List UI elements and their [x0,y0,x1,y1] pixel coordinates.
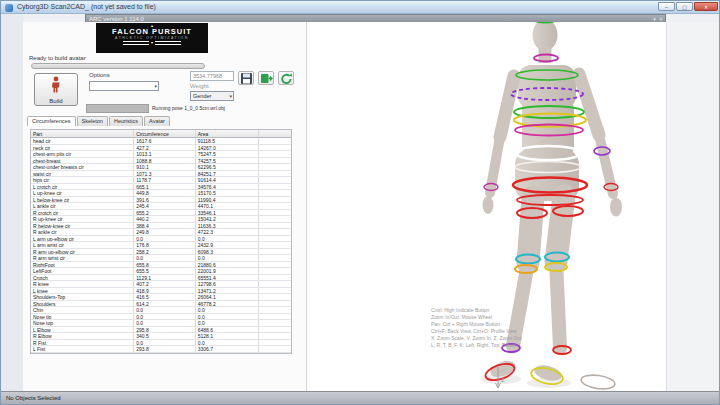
refresh-button[interactable] [278,71,294,85]
minimize-button[interactable]: – [658,2,675,11]
hint-line: Cntrl: High Indicate Button [431,307,522,314]
measure-table-body: head cir1617.691118.5neck cir427.214267.… [31,138,291,353]
tab-heuristics[interactable]: Heuristics [109,116,143,126]
save-button[interactable] [238,71,254,85]
table-row[interactable]: L Fist293.83306.7 [31,346,291,353]
chevron-down-icon: ▾ [154,82,157,90]
window-title: Cyborg3D Scan2CAD_ (not yet saved to fil… [17,3,156,10]
chevron-down-icon: ▾ [229,92,232,100]
refresh-icon [280,72,293,85]
export-icon [260,72,273,85]
falcon-pursuit-logo: ▴ FALCON PURSUIT ATHLETIC OPTIMIZATION ▾ [96,23,208,53]
color-swatch [86,104,149,113]
options-label: Options [89,72,110,78]
title-bar: Cyborg3D Scan2CAD_ (not yet saved to fil… [1,1,720,14]
hint-line: Pan: Ctrl + Right Mouse Button [431,321,522,328]
axis-label: Z [501,377,505,383]
hint-line: Ctrl+F: Back View, Ctrl+O: Profile View [431,328,522,335]
hint-line: L, R, T, B, F, K: Left, Right, Top, Bott… [431,342,522,349]
ring-spare-sole [580,373,615,391]
col-area: Area [196,130,260,137]
close-button[interactable]: ✕ [694,2,718,11]
weight-label: Weight [190,83,209,89]
wings-icon: ▾ [96,41,208,45]
control-panel: ▴ FALCON PURSUIT ATHLETIC OPTIMIZATION ▾… [23,22,307,393]
tab-strip: CircumferencesSkeletonHeuristicsAvatar [27,116,170,126]
left-gutter [1,14,23,393]
loaded-file-name: Running pose 1_0_0.5cm.wrl.obj [152,105,225,111]
build-button-label: Build [35,98,77,104]
logo-title: FALCON PURSUIT [96,28,208,36]
gender-dropdown-value: Gender [193,93,211,99]
options-dropdown[interactable]: ▾ [89,81,159,91]
progress-bar [31,63,205,69]
floppy-save-icon [240,72,253,85]
tab-circumferences[interactable]: Circumferences [27,116,76,126]
app-icon [5,4,13,12]
col-blank [259,130,291,137]
tab-avatar[interactable]: Avatar [144,116,170,126]
app-window: Cyborg3D Scan2CAD_ (not yet saved to fil… [0,0,720,405]
right-gutter [666,23,720,393]
tab-skeleton[interactable]: Skeleton [77,116,108,126]
avatar-icon [50,76,62,93]
build-button[interactable]: Build [34,73,78,106]
gender-dropdown[interactable]: Gender ▾ [190,91,234,101]
export-button[interactable] [258,71,274,85]
status-bar: No Objects Selected [1,391,720,404]
table-header: Part Circumference Area [31,130,291,138]
status-message: Ready to build avatar [29,55,86,61]
3d-viewport[interactable]: Z Cntrl: High Indicate ButtonZoom In/Out… [307,22,666,393]
selection-status: No Objects Selected [6,395,61,401]
ring-head-top [532,22,558,23]
viewport-hints: Cntrl: High Indicate ButtonZoom In/Out: … [431,307,522,349]
weight-field[interactable]: 3534.77968 [190,71,234,81]
col-part: Part [31,130,134,137]
hint-line: Zoom In/Out: Mouse Wheel [431,314,522,321]
col-circumference: Circumference [134,130,196,137]
maximize-button[interactable]: ▢ [676,2,693,11]
measurements-table: Part Circumference Area head cir1617.691… [30,129,292,354]
hint-line: X: Zoom Scale, V: Zoom In, Z: Zoom Out [431,335,522,342]
